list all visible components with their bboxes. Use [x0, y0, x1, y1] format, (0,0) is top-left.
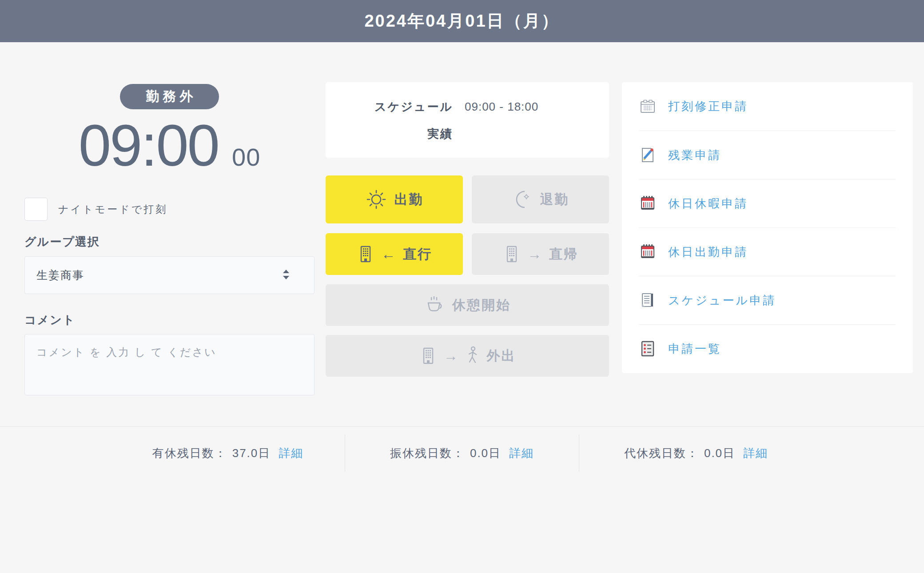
request-link-list[interactable]: 申請一覧	[639, 324, 896, 373]
night-mode-checkbox[interactable]	[24, 198, 48, 221]
night-mode-label: ナイトモードで打刻	[58, 203, 167, 216]
current-time-clock: 09:00 00	[24, 116, 315, 175]
checklist-icon	[639, 340, 657, 357]
moon-icon	[512, 189, 533, 210]
group-select[interactable]: 生姜商事	[24, 256, 315, 294]
break-start-button[interactable]: 休憩開始	[326, 284, 609, 326]
balance-detail-link[interactable]: 詳細	[279, 446, 303, 461]
request-link-label: 打刻修正申請	[668, 99, 748, 114]
request-link-label: スケジュール申請	[668, 293, 776, 308]
walking-person-icon	[465, 346, 481, 366]
go-out-label: 外出	[487, 347, 516, 365]
red-calendar-icon	[639, 195, 657, 212]
building-icon	[356, 244, 375, 264]
clock-out-button[interactable]: 退勤	[472, 175, 609, 223]
red-calendar-icon	[639, 243, 657, 260]
arrow-right-icon: →	[444, 348, 459, 364]
balance-value: 37.0日	[232, 446, 271, 461]
time-clock-page: 2024年04月01日（月） 勤務外 09:00 00 ナイトモードで打刻 グル…	[0, 0, 924, 573]
clock-out-label: 退勤	[540, 191, 570, 209]
balance-label: 代休残日数：	[624, 446, 699, 461]
balance-value: 0.0日	[704, 446, 735, 461]
sun-icon	[365, 188, 387, 211]
leave-balance-bar: 有休残日数： 37.0日 詳細 振休残日数： 0.0日 詳細 代休残日数： 0.…	[111, 434, 813, 472]
go-out-button[interactable]: → 外出	[326, 335, 609, 377]
request-link-label: 休日休暇申請	[668, 196, 748, 211]
clock-in-label: 出勤	[394, 191, 424, 209]
balance-label: 有休残日数：	[152, 446, 227, 461]
actual-row: 実績	[326, 126, 609, 142]
group-select-label: グループ選択	[24, 234, 100, 250]
work-status-badge: 勤務外	[120, 84, 219, 109]
request-link-holiday-leave[interactable]: 休日休暇申請	[639, 179, 896, 227]
calendar-pad-icon	[639, 98, 657, 115]
clock-in-button[interactable]: 出勤	[326, 175, 463, 223]
paid-leave-balance: 有休残日数： 37.0日 詳細	[111, 434, 345, 472]
direct-return-button[interactable]: → 直帰	[472, 233, 609, 275]
balance-detail-link[interactable]: 詳細	[743, 446, 768, 461]
request-link-label: 残業申請	[668, 147, 721, 163]
balance-label: 振休残日数：	[390, 446, 465, 461]
comment-label: コメント	[24, 312, 75, 328]
clock-seconds: 00	[232, 145, 260, 170]
direct-return-label: 直帰	[549, 245, 578, 263]
substitute-leave-balance: 振休残日数： 0.0日 詳細	[345, 434, 579, 472]
clock-time: 09:00	[79, 116, 219, 175]
request-link-overtime[interactable]: 残業申請	[639, 131, 896, 179]
request-links-card: 打刻修正申請 残業申請	[622, 82, 913, 373]
arrow-left-icon: ←	[381, 246, 397, 263]
break-start-label: 休憩開始	[452, 296, 511, 314]
header-bar: 2024年04月01日（月）	[0, 0, 924, 42]
select-caret-icon	[281, 269, 291, 282]
request-link-holiday-work[interactable]: 休日出勤申請	[639, 227, 896, 276]
schedule-card: スケジュール 09:00 - 18:00 実績	[326, 82, 609, 158]
arrow-right-icon: →	[527, 246, 543, 263]
night-mode-row: ナイトモードで打刻	[24, 198, 167, 221]
schedule-row: スケジュール 09:00 - 18:00	[326, 99, 609, 115]
memo-pencil-icon	[639, 147, 657, 163]
direct-go-label: 直行	[403, 245, 432, 263]
document-scroll-icon	[639, 292, 657, 309]
current-date: 2024年04月01日（月）	[364, 10, 559, 32]
request-link-label: 休日出勤申請	[668, 244, 748, 260]
balance-detail-link[interactable]: 詳細	[509, 446, 534, 461]
direct-go-button[interactable]: ← 直行	[326, 233, 463, 275]
balance-value: 0.0日	[470, 446, 501, 461]
schedule-label: スケジュール	[326, 99, 453, 115]
coffee-cup-icon	[424, 294, 445, 316]
building-icon	[502, 244, 521, 264]
request-link-schedule[interactable]: スケジュール申請	[639, 276, 896, 324]
group-select-value: 生姜商事	[36, 268, 84, 283]
actual-label: 実績	[326, 126, 453, 142]
footer-divider	[0, 426, 924, 427]
compensatory-leave-balance: 代休残日数： 0.0日 詳細	[579, 434, 813, 472]
request-link-label: 申請一覧	[668, 341, 721, 357]
building-icon	[419, 346, 438, 366]
schedule-time: 09:00 - 18:00	[465, 100, 538, 114]
request-link-punch-fix[interactable]: 打刻修正申請	[639, 82, 896, 131]
comment-input[interactable]	[24, 334, 315, 395]
